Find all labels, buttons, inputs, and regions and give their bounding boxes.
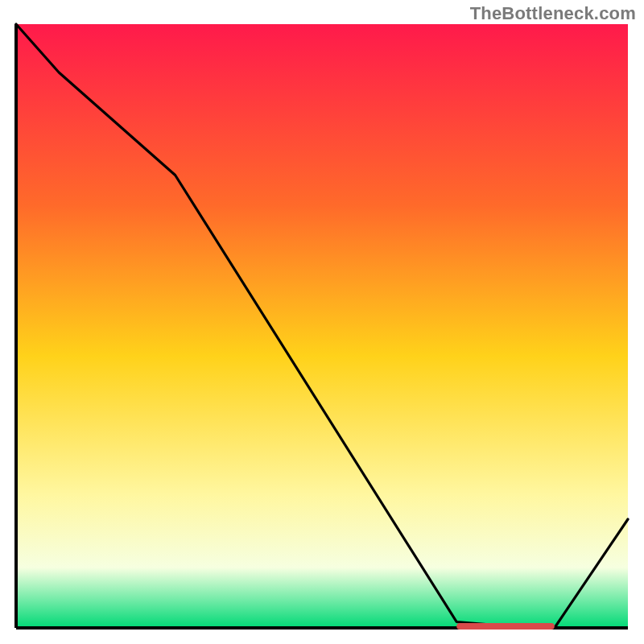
chart-container: TheBottleneck.com <box>0 0 644 644</box>
chart-plot <box>14 23 630 630</box>
chart-svg <box>14 23 630 630</box>
attribution-text: TheBottleneck.com <box>470 3 636 24</box>
optimal-marker <box>456 623 555 630</box>
